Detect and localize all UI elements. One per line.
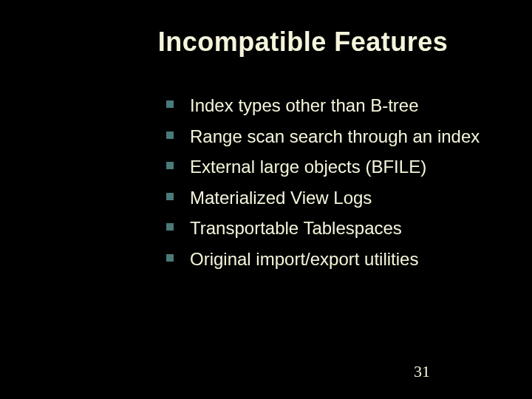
content-area: Index types other than B-tree Range scan… xyxy=(0,93,532,272)
item-text: Materialized View Logs xyxy=(190,185,372,211)
list-item: Original import/export utilities xyxy=(166,247,480,272)
list-item: External large objects (BFILE) xyxy=(166,154,480,180)
list-item: Index types other than B-tree xyxy=(166,93,480,118)
list-item: Materialized View Logs xyxy=(166,185,480,211)
list-item: Range scan search through an index xyxy=(166,124,480,149)
slide: Incompatible Features Index types other … xyxy=(0,0,532,399)
item-text: Transportable Tablespaces xyxy=(190,216,402,241)
list-item: Transportable Tablespaces xyxy=(166,216,480,241)
bullet-icon xyxy=(166,254,174,262)
bullet-icon xyxy=(166,193,174,200)
page-number: 31 xyxy=(414,362,430,381)
item-text: Index types other than B-tree xyxy=(190,93,419,118)
bullet-icon xyxy=(166,100,174,108)
item-text: Range scan search through an index xyxy=(190,124,480,149)
item-text: External large objects (BFILE) xyxy=(190,154,426,180)
bullet-icon xyxy=(166,162,174,169)
bullet-icon xyxy=(166,223,174,231)
bullet-icon xyxy=(166,132,174,139)
slide-title: Incompatible Features xyxy=(0,0,532,58)
item-text: Original import/export utilities xyxy=(190,247,418,272)
